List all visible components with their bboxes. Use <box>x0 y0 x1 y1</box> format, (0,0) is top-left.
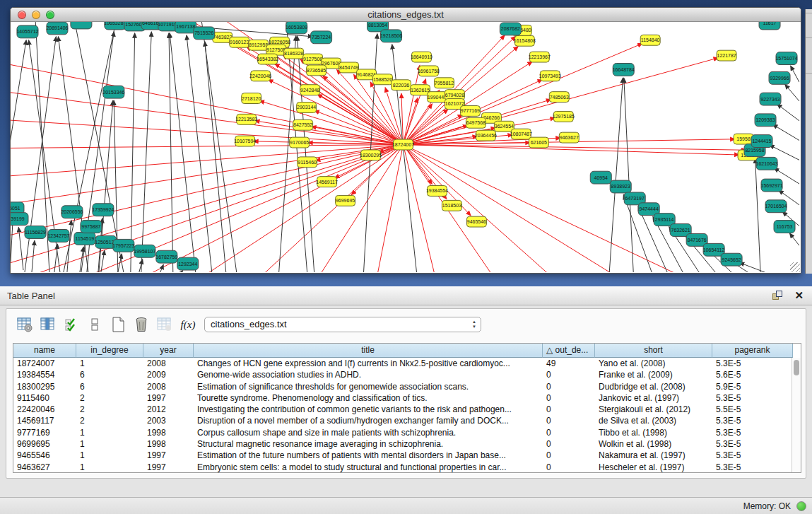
row-checks-icon[interactable] <box>63 316 80 333</box>
graph-node[interactable]: 9699695 <box>336 195 355 206</box>
function-builder-icon[interactable]: f(x) <box>180 316 196 333</box>
graph-node[interactable]: 17016504 <box>765 200 787 213</box>
new-table-icon[interactable] <box>110 316 126 333</box>
clear-checks-icon[interactable] <box>86 316 103 333</box>
graph-node[interactable]: 9975887 <box>81 221 102 233</box>
graph-node[interactable]: 7357224 <box>311 31 332 44</box>
table-row[interactable]: 2242004622012Investigating the contribut… <box>13 404 801 415</box>
scrollbar-thumb[interactable] <box>794 360 799 375</box>
graph-node[interactable]: 14055712 <box>16 25 38 38</box>
table-row[interactable]: 1872400712008Changes of HCN gene express… <box>13 358 801 369</box>
graph-node[interactable]: 10807487 <box>510 129 532 139</box>
graph-node[interactable]: 1518503 <box>442 200 461 211</box>
graph-node[interactable]: 7955812 <box>434 78 454 88</box>
graph-node[interactable]: 822036 <box>392 80 411 90</box>
graph-node[interactable]: 15958 <box>734 134 753 144</box>
zoom-window-icon[interactable] <box>46 11 54 19</box>
graph-node[interactable]: 1154840 <box>640 35 660 45</box>
graph-node[interactable]: 9160123 <box>230 37 249 47</box>
graph-node[interactable]: 621605 <box>529 137 548 148</box>
import-table-icon[interactable] <box>156 316 173 333</box>
graph-node[interactable]: 2903144 <box>297 103 317 113</box>
dropdown-stepper-icon[interactable]: ▲▼ <box>472 320 476 329</box>
graph-node[interactable]: 1990445 <box>427 92 447 103</box>
graph-node[interactable]: 15692971 <box>761 179 783 192</box>
graph-node[interactable]: 12342757 <box>47 230 69 243</box>
show-columns-icon[interactable] <box>40 316 57 333</box>
graph-node[interactable]: 16782759 <box>155 250 177 263</box>
graph-node[interactable]: 17957223 <box>112 239 134 252</box>
graph-node[interactable]: 16210643 <box>756 157 778 170</box>
graph-node[interactable]: 40954 <box>590 171 611 184</box>
graph-node[interactable]: 1292344 <box>177 257 199 270</box>
graph-node[interactable]: 12975185 <box>553 111 575 122</box>
graph-node[interactable]: 22420046 <box>249 71 271 81</box>
graph-node[interactable]: 8938923 <box>610 180 631 193</box>
graph-node[interactable]: 9245652 <box>721 253 742 266</box>
graph-node[interactable]: 15751074 <box>775 52 797 65</box>
graph-node[interactable]: 3624554 <box>494 121 514 132</box>
column-header-short[interactable]: short <box>595 344 712 358</box>
table-vertical-scrollbar[interactable] <box>792 358 801 472</box>
close-panel-icon[interactable]: ✕ <box>794 289 804 302</box>
graph-node[interactable]: 1221787 <box>717 50 736 61</box>
table-settings-icon[interactable] <box>16 316 33 333</box>
graph-node[interactable] <box>71 22 92 29</box>
table-selector-dropdown[interactable]: citations_edges.txt ▲▼ <box>204 317 481 332</box>
graph-node[interactable]: 16543382 <box>257 54 278 64</box>
graph-node[interactable]: 12213967 <box>529 52 551 62</box>
graph-node[interactable]: 20153346 <box>102 86 124 98</box>
graph-node[interactable]: 9329966 <box>769 71 790 84</box>
column-header-out_de[interactable]: △ out_de... <box>543 344 595 358</box>
network-canvas[interactable]: 1872400774638229160123891295518226058912… <box>11 22 799 272</box>
graph-node[interactable]: 18724007 <box>392 139 414 150</box>
graph-node[interactable]: 20364456 <box>475 130 497 141</box>
graph-node[interactable]: 9127508 <box>303 54 323 64</box>
graph-node[interactable]: 18640910 <box>411 52 433 62</box>
table-row[interactable]: 1830029562008Estimation of significance … <box>13 381 801 392</box>
table-row[interactable]: 911546021997Tourette syndrome. Phenomeno… <box>13 392 801 404</box>
graph-node[interactable]: 10654112 <box>703 243 725 256</box>
column-header-pagerank[interactable]: pagerank <box>712 344 793 358</box>
column-header-in_degree[interactable]: in_degree <box>76 344 143 358</box>
graph-node[interactable]: 9242848 <box>300 85 320 95</box>
column-header-name[interactable]: name <box>13 344 76 358</box>
graph-node[interactable]: 19218506 <box>380 30 402 42</box>
graph-node[interactable]: 18300295 <box>360 150 382 160</box>
graph-node[interactable]: 8736585 <box>307 65 326 76</box>
network-view-window[interactable]: citations_edges.txt 18724007746382291601… <box>10 7 801 274</box>
graph-node[interactable]: 6497568 <box>466 117 486 128</box>
column-header-title[interactable]: title <box>194 344 543 358</box>
table-row[interactable]: 946554611997Estimation of the future num… <box>13 450 801 461</box>
graph-node[interactable]: 20891406 <box>46 22 68 35</box>
graph-node[interactable]: 19958107 <box>134 245 155 257</box>
graph-node[interactable]: 10973493 <box>539 71 561 81</box>
citation-network-graph[interactable]: 1872400774638229160123891295518226058912… <box>11 22 799 272</box>
graph-node[interactable]: 16154808 <box>514 35 536 46</box>
graph-node[interactable]: 8454749 <box>339 62 359 73</box>
graph-node[interactable]: 8427552 <box>293 119 313 130</box>
graph-node[interactable]: 11156829 <box>25 226 46 239</box>
graph-node[interactable]: 17359924 <box>92 204 114 216</box>
minimize-window-icon[interactable] <box>32 11 40 19</box>
graph-node[interactable]: 10107594 <box>234 136 256 146</box>
graph-node[interactable]: 1588520 <box>373 74 393 85</box>
window-titlebar[interactable]: citations_edges.txt <box>11 8 801 22</box>
graph-node[interactable]: 7515526 <box>194 27 215 40</box>
graph-node[interactable]: 9227343 <box>760 93 781 105</box>
graph-node[interactable]: 7485063 <box>549 92 569 103</box>
graph-node[interactable]: 20206556 <box>61 206 83 218</box>
graph-node[interactable]: 12213583 <box>235 114 257 124</box>
graph-node[interactable]: 2087682 <box>500 23 521 35</box>
graph-node[interactable]: 2718120 <box>242 93 261 104</box>
graph-node[interactable]: 9777169 <box>460 105 480 116</box>
graph-node[interactable]: 9463627 <box>559 132 579 143</box>
table-row[interactable]: 946362711997Embryonic stem cells: a mode… <box>13 462 801 473</box>
graph-node[interactable]: 9115460 <box>298 157 317 168</box>
float-panel-icon[interactable] <box>772 291 784 302</box>
graph-node[interactable]: 11617 <box>759 22 780 30</box>
graph-node[interactable]: 19384554 <box>426 186 448 197</box>
table-row[interactable]: 977716911998Corpus callosum shape and si… <box>13 427 801 438</box>
graph-node[interactable]: 16053809 <box>286 22 307 34</box>
graph-node[interactable]: 1154519 <box>74 232 95 245</box>
